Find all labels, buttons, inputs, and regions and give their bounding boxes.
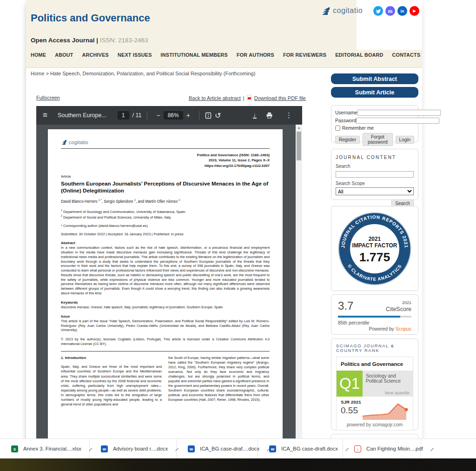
scopus-link[interactable]: Scopus — [396, 326, 411, 332]
submit-abstract-button[interactable]: Submit Abstract — [331, 73, 418, 84]
nav-for-authors[interactable]: FOR AUTHORS — [237, 52, 274, 58]
youtube-icon[interactable]: ▶ — [410, 6, 419, 16]
page-number-input[interactable]: 1 — [118, 111, 129, 119]
download-item[interactable]: ↓ Can Fighting Misin....pdf — [343, 439, 421, 458]
pdf-file-icon: ↓ — [354, 445, 361, 452]
nav-editorial-board[interactable]: EDITORIAL BOARD — [335, 52, 383, 58]
pdf-page-1: cogitatio Politics and Governance (ISSN:… — [48, 129, 283, 438]
intro-right-text: the South of Europe, having similar migr… — [168, 356, 269, 403]
download-item[interactable]: w ICA_BG case-draf....docx — [177, 439, 258, 458]
remember-me-label: Remember me — [342, 126, 374, 131]
download-shelf: x Annex 3. Financial....xlsx w Advisory … — [0, 438, 476, 458]
download-item[interactable]: w ICA_BG case-draft.docx — [258, 439, 343, 458]
login-button[interactable]: Login — [396, 136, 414, 144]
affiliations: 1 Department of Sociology and Communicat… — [61, 209, 270, 219]
site-title[interactable]: Politics and Governance — [31, 12, 150, 24]
submit-article-button[interactable]: Submit Article — [331, 87, 418, 98]
citescore-value: 3.7 — [338, 299, 353, 312]
forgot-password-button[interactable]: Forgot password — [363, 133, 392, 146]
fullscreen-link[interactable]: Fullscreen — [36, 95, 60, 101]
scimago-widget[interactable]: Politics and Governance Q1 Sociology and… — [336, 357, 413, 431]
more-options-icon[interactable]: ⋮ — [285, 111, 292, 119]
username-label: Username — [335, 110, 357, 115]
chevron-up-icon[interactable] — [430, 448, 433, 451]
zoom-out-button[interactable]: − — [156, 112, 160, 119]
copyright-text: © 2023 by the author(s); licensee Cogita… — [61, 337, 270, 346]
download-file-name: Can Fighting Misin....pdf — [366, 446, 423, 451]
search-scope-select[interactable]: All — [336, 187, 414, 195]
rotate-icon[interactable]: ↺ — [215, 111, 221, 120]
nav-for-reviewers[interactable]: FOR REVIEWERS — [283, 52, 326, 58]
nav-home[interactable]: HOME — [31, 52, 46, 58]
remember-me-checkbox[interactable] — [335, 126, 340, 131]
pdf-scrollbar[interactable]: ▲ — [296, 125, 302, 438]
pdf-canvas: cogitatio Politics and Governance (ISSN:… — [36, 125, 302, 438]
scimago-box: SCIMAGO JOURNAL & COUNTRY RANK Politics … — [331, 338, 418, 430]
twitter-icon[interactable] — [373, 6, 383, 16]
register-button[interactable]: Register — [335, 136, 360, 144]
nav-contacts[interactable]: CONTACTS — [392, 52, 421, 58]
search-input[interactable] — [336, 171, 414, 178]
download-file-name: ICA_BG case-draft.docx — [281, 446, 338, 451]
download-file-name: Advisory board r....docx — [113, 446, 168, 451]
keywords-label: Keywords — [61, 300, 270, 305]
badge-label: IMPACT FACTOR — [352, 242, 397, 249]
username-field[interactable] — [357, 110, 441, 116]
print-icon[interactable] — [266, 112, 273, 119]
fit-page-icon[interactable] — [205, 112, 212, 119]
linkedin-icon[interactable]: in — [397, 6, 407, 16]
zoom-in-button[interactable]: + — [186, 112, 190, 119]
mastodon-icon[interactable]: m — [385, 6, 395, 16]
pdf-viewer: ≡ Southern Europe... 1 / 11 − 86% + ↺ ↓ — [36, 106, 302, 438]
issue-section: Issue This article is part of the issue … — [61, 314, 270, 332]
sjr-trend-sparkline — [362, 399, 410, 421]
issue-label: Issue — [61, 314, 270, 319]
percentile-label: 85th percentile — [338, 320, 411, 325]
breadcrumb[interactable]: Home > Hate Speech, Demonization, Polari… — [31, 71, 255, 76]
intro-left-column: 1. Introduction Spain, Italy, and Greece… — [61, 356, 162, 407]
download-icon[interactable]: ↓ — [253, 112, 257, 119]
intro-right-column: the South of Europe, having similar migr… — [168, 356, 269, 407]
download-file-name: ICA_BG case-draf....docx — [200, 446, 259, 451]
keywords-section: Keywords discursive menace; Greece; hate… — [61, 300, 270, 310]
toolbar-divider — [199, 111, 199, 119]
excel-file-icon: x — [11, 445, 18, 452]
back-to-abstract-link[interactable]: Back to Article abstract — [189, 95, 241, 101]
viewer-menu-icon[interactable]: ≡ — [43, 111, 47, 120]
article-title: Southern European Journalists’ Perceptio… — [61, 180, 270, 194]
best-quartile-label: best quartile — [366, 390, 410, 395]
cogitatio-logo[interactable]: cogitatio — [321, 5, 363, 16]
brand-text: cogitatio — [333, 7, 363, 15]
scrollbar-up-arrow[interactable]: ▲ — [296, 125, 302, 131]
introduction-columns: 1. Introduction Spain, Italy, and Greece… — [61, 356, 270, 407]
desktop-background-strip — [0, 458, 476, 471]
volume-issue-line: 2023, Volume 11, Issue 2, Pages X–X — [61, 158, 270, 163]
citescore-box: 3.7 2021 CiteScore 85th percentile Power… — [331, 294, 418, 335]
zoom-level[interactable]: 86% — [164, 111, 183, 119]
publication-info: Politics and Governance (ISSN: 2183–2463… — [61, 153, 270, 168]
word-file-icon: w — [269, 445, 276, 452]
download-pdf-link[interactable]: Download this PDF file — [254, 95, 306, 101]
download-item[interactable]: w Advisory board r....docx — [90, 439, 177, 458]
issn-label: ISSN: 2183-2463 — [98, 37, 148, 44]
journal-content-heading: JOURNAL CONTENT — [336, 155, 414, 160]
password-field[interactable] — [356, 118, 439, 124]
pdf-document-title: Southern Europe... — [58, 112, 106, 119]
journal-page: cogitatio m in ▶ Politics and Governance… — [26, 0, 422, 471]
journal-issn-line: Politics and Governance (ISSN: 2183–2463… — [61, 153, 270, 158]
impact-factor-badge[interactable]: JOURNAL CITATION REPORTS 2021 © CLARIVAT… — [337, 211, 412, 286]
login-box: Username Password Remember me Register F… — [331, 105, 418, 142]
scrollbar-thumb[interactable] — [297, 132, 301, 160]
scimago-category: Sociology and Political Science — [366, 373, 410, 384]
download-item[interactable]: x Annex 3. Financial....xlsx — [0, 439, 90, 458]
badge-value: 1.775 — [359, 250, 390, 264]
scimago-heading: SCIMAGO JOURNAL & COUNTRY RANK — [336, 344, 413, 353]
nav-next-issues[interactable]: NEXT ISSUES — [118, 52, 152, 58]
social-links: m in ▶ — [373, 6, 419, 16]
nav-archives[interactable]: ARCHIVES — [82, 52, 109, 58]
nav-institutional-members[interactable]: INSTITUTIONAL MEMBERS — [161, 52, 228, 58]
nav-about[interactable]: ABOUT — [55, 52, 73, 58]
link-separator: | — [243, 95, 245, 101]
download-file-name: Annex 3. Financial....xlsx — [23, 446, 81, 451]
author-1: David Blanco-Herrero — [61, 199, 99, 204]
